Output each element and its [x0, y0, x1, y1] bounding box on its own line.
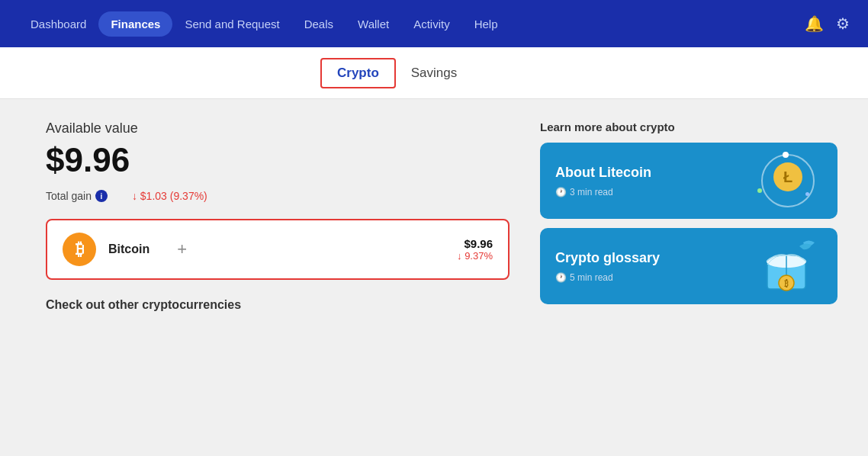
nav-icons-group: 🔔 ⚙ — [805, 14, 850, 33]
bell-icon[interactable]: 🔔 — [805, 14, 824, 33]
nav-dashboard[interactable]: Dashboard — [18, 11, 98, 37]
left-panel: Available value $9.96 Total gain i ↓ $1.… — [46, 120, 510, 441]
available-label: Available value — [46, 120, 510, 136]
svg-text:₿: ₿ — [784, 279, 789, 288]
litecoin-card-title: About Litecoin — [555, 165, 651, 181]
glossary-graphic: ₿ — [761, 236, 822, 297]
nav-activity[interactable]: Activity — [401, 11, 462, 37]
nav-deals[interactable]: Deals — [292, 11, 346, 37]
tab-savings[interactable]: Savings — [396, 59, 472, 87]
litecoin-coin-icon: Ł — [773, 162, 802, 191]
bitcoin-add-button[interactable]: + — [177, 239, 187, 259]
glossary-card-content: Crypto glossary 🕐 5 min read — [555, 250, 660, 283]
bitcoin-icon: ₿ — [63, 233, 96, 266]
info-icon[interactable]: i — [95, 190, 108, 202]
right-panel: Learn more about crypto About Litecoin 🕐… — [540, 120, 837, 441]
gear-icon[interactable]: ⚙ — [836, 14, 850, 33]
glossary-read-time: 5 min read — [570, 272, 613, 283]
learn-label: Learn more about crypto — [540, 120, 837, 133]
litecoin-card-content: About Litecoin 🕐 3 min read — [555, 165, 651, 197]
nav-wallet[interactable]: Wallet — [346, 11, 401, 37]
nav-help[interactable]: Help — [462, 11, 510, 37]
bitcoin-amount: $9.96 — [457, 237, 493, 250]
glossary-card-title: Crypto glossary — [555, 250, 660, 266]
navbar: Dashboard Finances Send and Request Deal… — [0, 0, 868, 47]
other-crypto-label: Check out other cryptocurrencies — [46, 298, 510, 312]
litecoin-card-meta: 🕐 3 min read — [555, 187, 651, 197]
glossary-card-meta: 🕐 5 min read — [555, 272, 660, 283]
main-content: Available value $9.96 Total gain i ↓ $1.… — [0, 99, 868, 456]
gain-value: ↓ $1.03 (9.37%) — [132, 190, 207, 202]
bitcoin-card[interactable]: ₿ Bitcoin + $9.96 ↓ 9.37% — [46, 219, 510, 280]
bitcoin-percent: ↓ 9.37% — [457, 250, 493, 262]
nav-send-request[interactable]: Send and Request — [172, 11, 291, 37]
available-value: $9.96 — [46, 141, 510, 179]
bitcoin-values: $9.96 ↓ 9.37% — [457, 237, 493, 262]
nav-finances[interactable]: Finances — [98, 11, 172, 37]
litecoin-read-time: 3 min read — [570, 187, 613, 197]
orbit-dot-3 — [805, 192, 809, 196]
glossary-card[interactable]: Crypto glossary 🕐 5 min read — [540, 228, 837, 304]
tabs-row: Crypto Savings — [0, 47, 868, 99]
tab-crypto[interactable]: Crypto — [320, 58, 396, 88]
total-gain-row: Total gain i ↓ $1.03 (9.37%) — [46, 190, 510, 202]
bitcoin-label: Bitcoin — [108, 242, 149, 256]
total-gain-label: Total gain i — [46, 190, 108, 202]
litecoin-graphic: Ł — [754, 150, 822, 211]
litecoin-card[interactable]: About Litecoin 🕐 3 min read Ł — [540, 143, 837, 219]
book-svg: ₿ — [761, 239, 822, 297]
orbit-dot-2 — [757, 188, 762, 193]
clock-icon: 🕐 — [555, 187, 567, 197]
total-gain-text: Total gain — [46, 190, 92, 202]
clock-icon-2: 🕐 — [555, 272, 567, 283]
orbit-dot-1 — [783, 152, 789, 158]
